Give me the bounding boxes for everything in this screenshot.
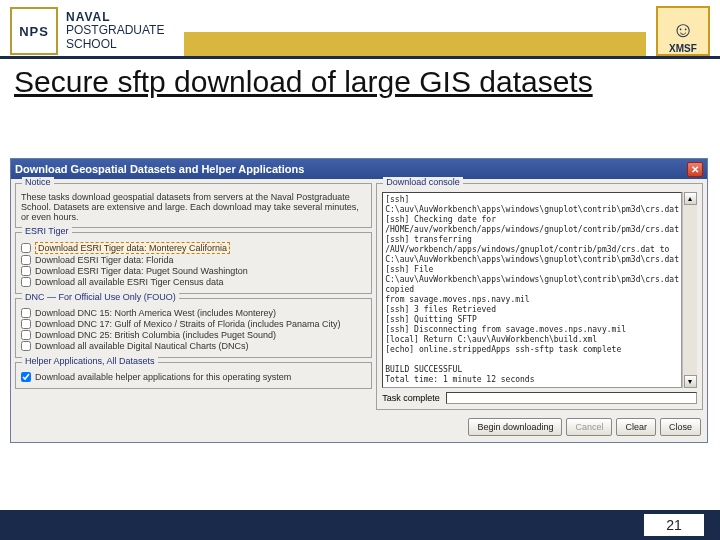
helper-item[interactable]: Download available helper applications f…: [21, 372, 366, 382]
checkbox-label: Download ESRI Tiger data: Puget Sound Wa…: [35, 266, 248, 276]
slide-header: NPS NAVAL POSTGRADUATE SCHOOL ☺ XMSF: [0, 0, 720, 59]
dnc-item-3[interactable]: Download all available Digital Nautical …: [21, 341, 366, 351]
checkbox-label: Download DNC 15: North America West (inc…: [35, 308, 276, 318]
checkbox-label: Download ESRI Tiger data: Monterey Calif…: [35, 242, 230, 254]
dialog-body: Notice These tasks download geospatial d…: [11, 179, 707, 414]
helper-group: Helper Applications, All Datasets Downlo…: [15, 362, 372, 389]
begin-download-button[interactable]: Begin downloading: [468, 418, 562, 436]
esri-item-3[interactable]: Download all available ESRI Tiger Census…: [21, 277, 366, 287]
nps-line2: POSTGRADUATE: [66, 24, 164, 37]
notice-group: Notice These tasks download geospatial d…: [15, 183, 372, 228]
checkbox-label: Download DNC 17: Gulf of Mexico / Strait…: [35, 319, 341, 329]
xmsf-branding: ☺ XMSF: [656, 0, 720, 56]
esri-group: ESRI Tiger Download ESRI Tiger data: Mon…: [15, 232, 372, 294]
face-icon: ☺: [672, 17, 694, 43]
checkbox-label: Download ESRI Tiger data: Florida: [35, 255, 174, 265]
notice-legend: Notice: [22, 177, 54, 187]
status-label: Task complete: [382, 393, 440, 403]
esri-legend: ESRI Tiger: [22, 226, 72, 236]
dnc-group: DNC — For Official Use Only (FOUO) Downl…: [15, 298, 372, 358]
esri-item-1[interactable]: Download ESRI Tiger data: Florida: [21, 255, 366, 265]
scroll-down-icon[interactable]: ▾: [684, 375, 697, 388]
status-row: Task complete: [382, 392, 697, 404]
checkbox[interactable]: [21, 243, 31, 253]
esri-item-0[interactable]: Download ESRI Tiger data: Monterey Calif…: [21, 242, 366, 254]
dnc-item-1[interactable]: Download DNC 17: Gulf of Mexico / Strait…: [21, 319, 366, 329]
dialog-titlebar[interactable]: Download Geospatial Datasets and Helper …: [11, 159, 707, 179]
nps-acronym: NPS: [19, 24, 49, 39]
console-legend: Download console: [383, 177, 463, 187]
esri-item-2[interactable]: Download ESRI Tiger data: Puget Sound Wa…: [21, 266, 366, 276]
nps-line3: SCHOOL: [66, 38, 164, 51]
close-button[interactable]: ✕: [687, 162, 703, 177]
dialog-buttons: Begin downloading Cancel Clear Close: [11, 414, 707, 442]
close-dialog-button[interactable]: Close: [660, 418, 701, 436]
checkbox[interactable]: [21, 308, 31, 318]
left-panel: Notice These tasks download geospatial d…: [15, 183, 372, 410]
checkbox[interactable]: [21, 277, 31, 287]
checkbox[interactable]: [21, 319, 31, 329]
progress-bar: [446, 392, 697, 404]
checkbox[interactable]: [21, 255, 31, 265]
nps-text: NAVAL POSTGRADUATE SCHOOL: [66, 11, 164, 51]
console-output[interactable]: [ssh] C:\auv\AuvWorkbench\apps\windows\g…: [382, 192, 682, 388]
slide-footer: 21: [0, 510, 720, 540]
dialog-title: Download Geospatial Datasets and Helper …: [15, 163, 304, 175]
console-group: Download console [ssh] C:\auv\AuvWorkben…: [376, 183, 703, 410]
scrollbar[interactable]: ▴ ▾: [682, 192, 697, 388]
checkbox-label: Download all available ESRI Tiger Census…: [35, 277, 224, 287]
notice-text: These tasks download geospatial datasets…: [21, 192, 366, 222]
right-panel: Download console [ssh] C:\auv\AuvWorkben…: [376, 183, 703, 410]
checkbox[interactable]: [21, 266, 31, 276]
checkbox-label: Download available helper applications f…: [35, 372, 291, 382]
checkbox[interactable]: [21, 330, 31, 340]
xmsf-label: XMSF: [669, 43, 697, 54]
close-icon: ✕: [691, 164, 699, 175]
slide-title: Secure sftp download of large GIS datase…: [0, 59, 720, 99]
page-number: 21: [644, 514, 704, 536]
gold-bar: [184, 32, 646, 56]
xmsf-logo: ☺ XMSF: [656, 6, 710, 56]
nps-shield-logo: NPS: [10, 7, 58, 55]
dnc-item-2[interactable]: Download DNC 25: British Columbia (inclu…: [21, 330, 366, 340]
cancel-button[interactable]: Cancel: [566, 418, 612, 436]
clear-button[interactable]: Clear: [616, 418, 656, 436]
helper-legend: Helper Applications, All Datasets: [22, 356, 158, 366]
checkbox-label: Download all available Digital Nautical …: [35, 341, 249, 351]
scroll-up-icon[interactable]: ▴: [684, 192, 697, 205]
checkbox-label: Download DNC 25: British Columbia (inclu…: [35, 330, 276, 340]
dnc-item-0[interactable]: Download DNC 15: North America West (inc…: [21, 308, 366, 318]
dnc-legend: DNC — For Official Use Only (FOUO): [22, 292, 179, 302]
checkbox[interactable]: [21, 372, 31, 382]
download-dialog: Download Geospatial Datasets and Helper …: [10, 158, 708, 443]
checkbox[interactable]: [21, 341, 31, 351]
nps-branding: NPS NAVAL POSTGRADUATE SCHOOL: [0, 1, 174, 55]
console-wrap: [ssh] C:\auv\AuvWorkbench\apps\windows\g…: [382, 192, 697, 388]
